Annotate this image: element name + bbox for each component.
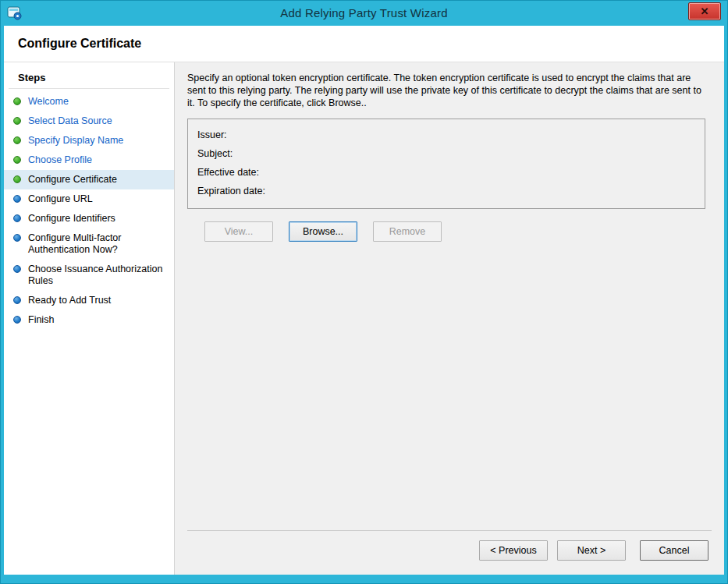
wizard-footer: < Previous Next > Cancel — [187, 530, 712, 565]
sidebar-step[interactable]: Specify Display Name — [4, 131, 174, 150]
step-label: Select Data Source — [28, 115, 112, 127]
step-pending-icon — [13, 265, 21, 273]
certificate-group-box: Issuer: Subject: Effective date: Expirat… — [187, 119, 705, 209]
step-label: Specify Display Name — [28, 135, 123, 147]
step-label: Choose Issuance Authorization Rules — [28, 264, 168, 287]
step-done-icon — [13, 117, 21, 125]
step-pending-icon — [13, 234, 21, 242]
sidebar-step[interactable]: Ready to Add Trust — [4, 291, 174, 310]
page-title: Configure Certificate — [18, 37, 141, 51]
browse-button[interactable]: Browse... — [289, 221, 357, 242]
step-done-icon — [13, 175, 21, 183]
steps-sidebar: Steps WelcomeSelect Data SourceSpecify D… — [4, 62, 174, 575]
sidebar-step[interactable]: Configure Identifiers — [4, 209, 174, 228]
close-button[interactable]: ✕ — [688, 2, 721, 20]
step-label: Welcome — [28, 96, 69, 108]
effective-date-label: Effective date: — [197, 163, 695, 182]
step-done-icon — [13, 97, 21, 105]
wizard-body: Configure Certificate Steps WelcomeSelec… — [4, 26, 724, 575]
step-label: Choose Profile — [28, 154, 92, 166]
step-pending-icon — [13, 195, 21, 203]
sidebar-step[interactable]: Select Data Source — [4, 111, 174, 131]
description-text: Specify an optional token encryption cer… — [187, 72, 712, 109]
step-done-icon — [13, 136, 21, 144]
expiration-date-label: Expiration date: — [197, 182, 695, 200]
step-label: Configure Multi-factor Authentication No… — [28, 232, 168, 256]
content-pane: Specify an optional token encryption cer… — [174, 62, 724, 575]
step-label: Configure Identifiers — [28, 213, 115, 225]
title-bar: Add Relying Party Trust Wizard ✕ — [4, 0, 724, 26]
certificate-buttons: View... Browse... Remove — [204, 221, 712, 242]
remove-button[interactable]: Remove — [373, 221, 442, 242]
sidebar-step[interactable]: Choose Issuance Authorization Rules — [4, 260, 174, 291]
step-label: Configure URL — [28, 193, 93, 205]
step-pending-icon — [13, 316, 21, 324]
cancel-button[interactable]: Cancel — [640, 540, 708, 561]
page-header: Configure Certificate — [4, 26, 724, 62]
close-icon: ✕ — [701, 5, 709, 17]
sidebar-step[interactable]: Configure Multi-factor Authentication No… — [4, 228, 174, 260]
step-label: Finish — [28, 314, 54, 326]
issuer-label: Issuer: — [197, 126, 695, 144]
step-pending-icon — [13, 214, 21, 222]
sidebar-step[interactable]: Choose Profile — [4, 150, 174, 170]
next-button[interactable]: Next > — [557, 540, 626, 561]
steps-heading: Steps — [9, 69, 169, 89]
step-label: Ready to Add Trust — [28, 295, 111, 306]
window-title: Add Relying Party Trust Wizard — [4, 6, 724, 19]
sidebar-step[interactable]: Finish — [4, 310, 174, 330]
step-label: Configure Certificate — [28, 174, 117, 186]
sidebar-step[interactable]: Configure Certificate — [4, 170, 174, 189]
step-pending-icon — [13, 296, 21, 304]
step-done-icon — [13, 156, 21, 164]
sidebar-step[interactable]: Welcome — [4, 92, 174, 111]
steps-list: WelcomeSelect Data SourceSpecify Display… — [4, 92, 174, 330]
subject-label: Subject: — [197, 144, 695, 163]
view-button[interactable]: View... — [204, 221, 273, 242]
wizard-window: Add Relying Party Trust Wizard ✕ Configu… — [0, 0, 728, 584]
sidebar-step[interactable]: Configure URL — [4, 189, 174, 209]
previous-button[interactable]: < Previous — [479, 540, 548, 561]
